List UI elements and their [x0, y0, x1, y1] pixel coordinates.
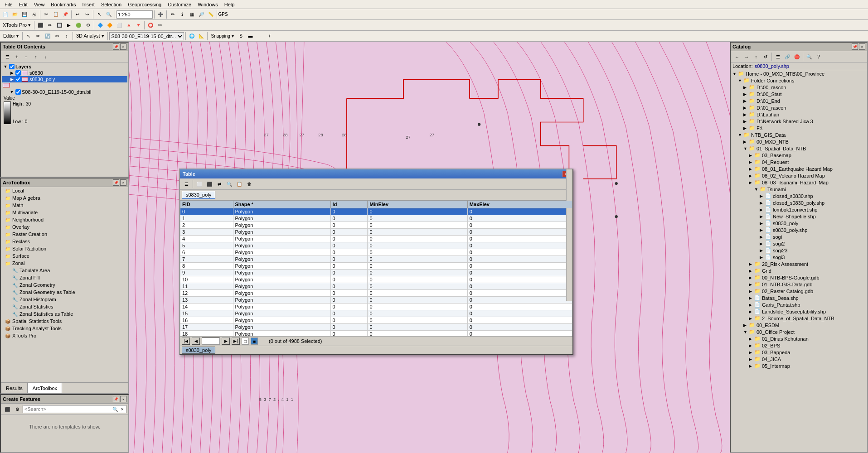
catalog-tree-item[interactable]: ▼📁Folder Connections: [731, 77, 867, 84]
table-row[interactable]: 1Polygon000: [180, 215, 572, 222]
toc-s0830[interactable]: ▶ s0830: [2, 70, 127, 76]
table-row[interactable]: 5Polygon000: [180, 242, 572, 249]
xt-buf[interactable]: ⭕: [146, 21, 155, 30]
table-row[interactable]: 8Polygon000: [180, 263, 572, 270]
select-btn[interactable]: ▦: [187, 10, 196, 19]
toolbox-zonalfill[interactable]: 🔧Zonal Fill: [1, 274, 128, 281]
xt-btn7[interactable]: 🔷: [96, 21, 105, 30]
th-minelev[interactable]: MinElev: [368, 201, 467, 208]
snap-pt[interactable]: ·: [256, 32, 265, 41]
toc-s0830poly[interactable]: ▶ s0830_poly: [2, 76, 127, 82]
catalog-tree-item[interactable]: ▶📁04_Request: [731, 159, 867, 165]
catalog-tree-item[interactable]: ▶📁D:\Latihan: [731, 111, 867, 118]
toolbox-xtools[interactable]: 📦XTools Pro: [1, 332, 128, 339]
undo-btn[interactable]: ↩: [73, 10, 82, 19]
cf-clear-btn[interactable]: ×: [119, 405, 126, 414]
toolbox-overlay[interactable]: 📁Overlay: [1, 223, 128, 231]
catalog-tree-item[interactable]: ▶📁Grid: [731, 267, 867, 274]
cut-btn[interactable]: ✂: [42, 10, 51, 19]
find-btn[interactable]: 🔎: [197, 10, 206, 19]
gps-btn[interactable]: GPS: [218, 10, 228, 19]
catalog-tree-item[interactable]: ▶📁01_Dinas Kehutanan: [731, 335, 867, 342]
nav-last-btn[interactable]: ▶|: [232, 337, 240, 345]
toc-add-btn[interactable]: +: [12, 52, 21, 61]
toc-pin-btn[interactable]: 📌: [113, 43, 119, 50]
catalog-tree-item[interactable]: ▶📄s0830_poly: [731, 220, 867, 226]
table-row[interactable]: 3Polygon000: [180, 229, 572, 236]
xt-btn4[interactable]: ▶: [64, 21, 73, 30]
xt-btn9[interactable]: ⬜: [115, 21, 124, 30]
table-row[interactable]: 14Polygon000: [180, 304, 572, 310]
xt-btn3[interactable]: 🔲: [55, 21, 64, 30]
catalog-close-btn[interactable]: ×: [859, 43, 865, 50]
toc-up-btn[interactable]: ↑: [31, 52, 40, 61]
menu-bookmarks[interactable]: Bookmarks: [48, 1, 78, 8]
identify-btn[interactable]: ℹ: [178, 10, 187, 19]
toolbox-reclass[interactable]: 📁Reclass: [1, 238, 128, 245]
cf-search-input[interactable]: [23, 406, 112, 412]
catalog-tree-item[interactable]: ▶📁08_03_Tsunami_Hazard_Map: [731, 179, 867, 186]
table-subtab-active[interactable]: s0830_poly: [182, 191, 215, 199]
toc-remove-btn[interactable]: −: [22, 52, 31, 61]
toolbox-surface[interactable]: 📁Surface: [1, 252, 128, 260]
catalog-tree-item[interactable]: ▶📄closed_s0830.shp: [731, 193, 867, 199]
atb-pin-btn[interactable]: 📌: [113, 179, 119, 186]
tab-results[interactable]: Results: [1, 383, 28, 393]
table-row[interactable]: 7Polygon000: [180, 256, 572, 263]
menu-geoprocessing[interactable]: Geoprocessing: [125, 1, 164, 8]
catalog-tree-item[interactable]: ▶📁02_BPS: [731, 342, 867, 349]
toolbox-spatialstats[interactable]: 📦Spatial Statistics Tools: [1, 318, 128, 325]
menu-customize[interactable]: Customize: [165, 1, 194, 8]
menu-selection[interactable]: Selection: [98, 1, 124, 8]
th-id[interactable]: Id: [330, 201, 368, 208]
catalog-tree-item[interactable]: ▼📁01_Spatial_Data_NTB: [731, 145, 867, 152]
cat-back-btn[interactable]: ←: [732, 52, 742, 61]
toc-layers-root[interactable]: ▼ Layers: [2, 63, 127, 70]
toolbox-zonal[interactable]: 📁Zonal: [1, 260, 128, 267]
table-content[interactable]: FID Shape * Id MinElev MaxElev 0Polygon0…: [180, 200, 572, 336]
layers-checkbox[interactable]: [9, 64, 15, 69]
toolbox-multivariate[interactable]: 📁Multivariate: [1, 209, 128, 216]
cat-search-btn[interactable]: 🔍: [805, 52, 814, 61]
table-switch-btn[interactable]: ⇄: [215, 179, 224, 188]
xt-btn6[interactable]: ⚙: [83, 21, 92, 30]
toc-close-btn[interactable]: ×: [120, 43, 126, 50]
nav-prev-btn[interactable]: ◀: [192, 337, 200, 345]
toc-list-btn[interactable]: ☰: [3, 52, 12, 61]
catalog-tree-item[interactable]: ▶📄s0830_poly.shp: [731, 226, 867, 233]
catalog-tree-item[interactable]: ▶📁D:\Network Shared Jica 3: [731, 118, 867, 125]
edit-rotate[interactable]: 🔄: [43, 32, 52, 41]
bottom-tab-s0830poly[interactable]: s0830_poly: [182, 347, 215, 354]
catalog-tree-item[interactable]: ▶📄lombok1convert.shp: [731, 206, 867, 213]
table-row[interactable]: 12Polygon000: [180, 290, 572, 297]
toolbox-zonalstats[interactable]: 🔧Zonal Statistics: [1, 303, 128, 310]
table-clear-btn[interactable]: ⬜: [195, 179, 204, 188]
table-row[interactable]: 4Polygon000: [180, 236, 572, 242]
catalog-tree-item[interactable]: ▶📄closed_s0830_poly.shp: [731, 199, 867, 206]
nav-show-sel-btn[interactable]: ■: [251, 337, 258, 345]
save-btn[interactable]: 💾: [20, 10, 29, 19]
snap-s[interactable]: S: [237, 32, 246, 41]
th-shape[interactable]: Shape *: [233, 201, 330, 208]
th-maxelev[interactable]: MaxElev: [467, 201, 572, 208]
toolbox-math[interactable]: 📁Math: [1, 202, 128, 209]
nav-page-input[interactable]: 1: [202, 337, 220, 345]
edit-cut[interactable]: ✂: [53, 32, 62, 41]
catalog-tree-item[interactable]: ▶📄Batas_Desa.shp: [731, 294, 867, 301]
catalog-tree-item[interactable]: ▶📁F:\: [731, 125, 867, 131]
cf-close-btn[interactable]: ×: [120, 396, 126, 402]
nav-first-btn[interactable]: |◀: [182, 337, 190, 345]
table-row[interactable]: 17Polygon000: [180, 324, 572, 331]
xt-btn5[interactable]: 🟢: [74, 21, 83, 30]
catalog-tree-item[interactable]: ▶📁08_02_Volcano Hazard Map: [731, 172, 867, 179]
catalog-tree-item[interactable]: ▶📄sogi23: [731, 247, 867, 254]
catalog-tree-item[interactable]: ▶📄Garis_Pantai.shp: [731, 301, 867, 308]
xt-btn1[interactable]: ⬛: [36, 21, 45, 30]
table-row[interactable]: 10Polygon000: [180, 276, 572, 283]
nav-show-all-btn[interactable]: □: [242, 337, 249, 345]
cf-search-btn[interactable]: 🔍: [112, 405, 119, 414]
toolbox-solarradiation[interactable]: 📁Solar Radiation: [1, 245, 128, 252]
catalog-tree-item[interactable]: ▶📁D:\01_End: [731, 97, 867, 104]
tab-arctoolbox[interactable]: ArcToolbox: [28, 383, 62, 393]
edit-tool1[interactable]: Editor ▾: [1, 32, 21, 41]
